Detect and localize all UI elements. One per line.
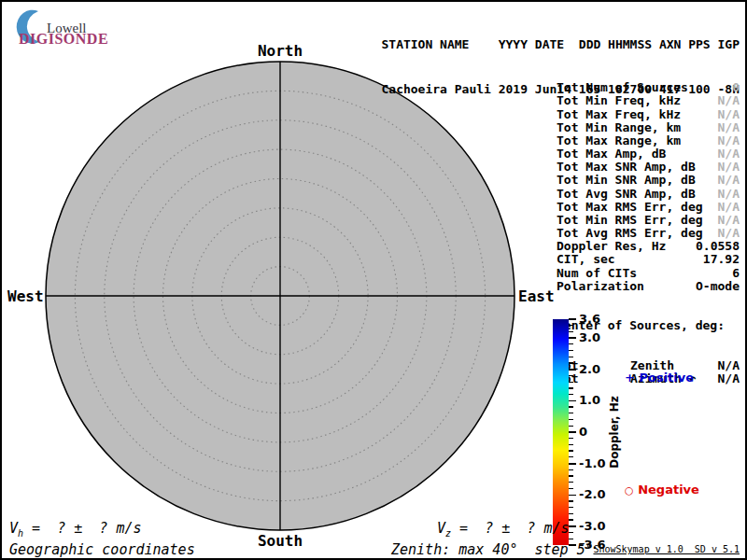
- stat-row: Tot Avg RMS Err, degN/A: [557, 227, 740, 240]
- colorbar-tick: [569, 394, 573, 395]
- legend-negative: ○ Negative: [625, 483, 699, 497]
- stat-row: Tot Num of Sources0: [557, 81, 740, 94]
- colorbar-tick: [569, 318, 576, 320]
- colorbar-tick: [569, 463, 576, 465]
- stat-label: Tot Max RMS Err, deg: [557, 201, 703, 214]
- colorbar-tick: [569, 382, 573, 383]
- colorbar-tick-label: 3.6: [579, 312, 600, 326]
- stat-label: Tot Min Range, km: [557, 121, 681, 134]
- vh-symbol: V: [9, 520, 18, 537]
- stat-value: 6: [732, 267, 740, 280]
- colorbar-tick: [569, 525, 576, 527]
- colorbar-tick: [569, 539, 573, 539]
- stat-row: Doppler Res, Hz0.0558: [557, 240, 740, 253]
- stat-row: Tot Max RMS Err, degN/A: [557, 201, 740, 214]
- colorbar-tick: [569, 375, 573, 376]
- zenith-range-label: Zenith: max 40° step 5°: [391, 541, 594, 558]
- colorbar-tick-label: 3.0: [579, 330, 600, 344]
- stat-label: Tot Min Freq, kHz: [557, 94, 681, 107]
- stat-label: Tot Avg SNR Amp, dB: [557, 188, 696, 201]
- coordinates-mode-label: Geographic coordinates: [9, 541, 195, 558]
- compass-west-label: West: [7, 287, 43, 305]
- vz-value: = ? ± ? m/s: [451, 520, 569, 537]
- stat-row: Tot Avg SNR Amp, dBN/A: [557, 188, 740, 201]
- stat-label: Tot Max Freq, kHz: [557, 108, 681, 121]
- colorbar-tick: [569, 513, 573, 514]
- colorbar-tick-label: 0: [579, 425, 587, 439]
- stat-label: Num of CITs: [557, 267, 637, 280]
- colorbar-tick: [569, 444, 573, 445]
- stat-label: Doppler Res, Hz: [557, 240, 666, 253]
- legend-positive-label: Positive: [639, 371, 694, 385]
- colorbar-tick: [569, 488, 573, 489]
- colorbar-tick: [569, 350, 573, 351]
- doppler-colorbar: [553, 319, 569, 545]
- center-row-value: N/A: [718, 359, 740, 372]
- compass-south-label: South: [258, 532, 303, 550]
- stat-label: Tot Num of Sources: [557, 81, 688, 94]
- stat-row: Tot Min Range, kmN/A: [557, 121, 740, 134]
- stat-row: Tot Max Range, kmN/A: [557, 134, 740, 147]
- circle-icon: ○: [625, 484, 634, 497]
- stat-row: Tot Max Freq, kHzN/A: [557, 108, 740, 121]
- stat-row: CIT, sec17.92: [557, 253, 740, 266]
- stat-label: CIT, sec: [557, 253, 615, 266]
- horizontal-velocity-readout: Vh = ? ± ? m/s: [9, 520, 142, 539]
- colorbar-tick: [569, 426, 573, 427]
- colorbar-tick-label: -3.0: [579, 519, 605, 533]
- colorbar-tick: [569, 450, 573, 451]
- stat-label: Tot Max Range, km: [557, 134, 681, 147]
- stat-value: N/A: [718, 188, 740, 201]
- stat-label: Tot Max Amp, dB: [557, 147, 666, 161]
- colorbar-tick: [569, 482, 573, 483]
- stat-value: 0.0558: [696, 240, 740, 253]
- colorbar-tick: [569, 431, 576, 433]
- colorbar-tick: [569, 532, 573, 533]
- colorbar-tick: [569, 519, 573, 520]
- stat-label: Tot Min RMS Err, deg: [557, 214, 703, 227]
- colorbar-tick: [569, 507, 573, 508]
- colorbar-axis-title: Doppler, Hz: [608, 396, 621, 469]
- colorbar-tick: [569, 495, 576, 497]
- legend-positive: + Positive: [625, 371, 694, 385]
- colorbar-tick: [569, 500, 573, 501]
- legend-negative-label: Negative: [638, 483, 699, 497]
- colorbar-tick: [569, 469, 573, 470]
- colorbar-tick: [569, 362, 573, 363]
- stat-value: N/A: [718, 94, 740, 107]
- stat-value: N/A: [718, 121, 740, 134]
- header-columns-row: STATION NAME YYYY DATE DDD HHMMSS AXN PP…: [381, 37, 740, 52]
- compass-east-label: East: [518, 287, 555, 305]
- vz-symbol: V: [437, 520, 445, 537]
- vh-value: = ? ± ? m/s: [23, 520, 141, 537]
- colorbar-tick: [569, 419, 573, 420]
- stat-value: N/A: [718, 161, 740, 174]
- stat-row: PolarizationO-mode: [557, 280, 740, 293]
- stat-row: Tot Min SNR Amp, dBN/A: [557, 174, 740, 187]
- version-label: ShowSkymap v 1.0 SD v 5.1: [593, 544, 740, 554]
- stat-row: Tot Min RMS Err, degN/A: [557, 214, 740, 227]
- stat-value: 17.92: [703, 253, 740, 266]
- colorbar-tick: [569, 331, 573, 332]
- center-row-value: N/A: [718, 372, 740, 385]
- stat-value: N/A: [718, 108, 740, 121]
- stat-value: N/A: [718, 134, 740, 147]
- stat-label: Tot Avg RMS Err, deg: [557, 227, 703, 240]
- stat-label: Tot Max SNR Amp, dB: [557, 161, 696, 174]
- showskymap-window: Lowell DIGISONDE STATION NAME YYYY DATE …: [0, 0, 747, 560]
- colorbar-tick: [569, 400, 576, 402]
- colorbar-tick: [569, 325, 573, 326]
- colorbar-tick: [569, 343, 573, 344]
- stat-value: N/A: [718, 214, 740, 227]
- vertical-velocity-readout: Vz = ? ± ? m/s: [437, 520, 570, 539]
- stat-value: 0: [732, 81, 740, 94]
- stats-rows: Tot Num of Sources0Tot Min Freq, kHzN/AT…: [557, 81, 740, 293]
- colorbar-tick: [569, 406, 573, 407]
- compass-north-label: North: [258, 42, 303, 60]
- colorbar-tick: [569, 413, 573, 413]
- colorbar-tick: [569, 456, 573, 457]
- colorbar-tick: [569, 438, 573, 439]
- colorbar-tick: [569, 337, 576, 339]
- colorbar-tick: [569, 475, 573, 476]
- plus-icon: +: [625, 371, 635, 385]
